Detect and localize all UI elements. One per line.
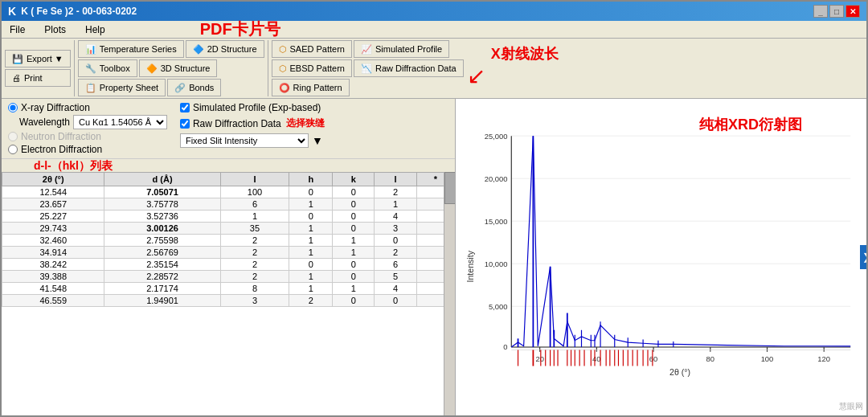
menu-file[interactable]: File <box>5 22 30 37</box>
data-table-container[interactable]: 2θ (°) d (Å) I h k l * 12.5447.050711000… <box>2 172 455 415</box>
table-cell: 0 <box>333 271 375 283</box>
table-cell: 7.05071 <box>104 186 220 198</box>
temp-series-icon: 📊 <box>85 44 96 55</box>
table-cell: 46.559 <box>2 295 104 307</box>
scrollbar[interactable] <box>444 172 455 415</box>
export-button[interactable]: 💾 Export ▼ <box>5 50 71 67</box>
neutron-radio[interactable] <box>8 132 18 141</box>
table-cell: 2.56769 <box>104 247 220 259</box>
scrollbar-thumb[interactable] <box>444 172 455 204</box>
3d-structure-button[interactable]: 🔶 3D Structure <box>139 59 218 77</box>
diffraction-chart: Intensity 25,000 20,000 15,000 10,000 5,… <box>462 105 860 409</box>
y-tick-0: 0 <box>503 343 507 352</box>
table-body: 12.5447.0507110000223.6573.75778610125.2… <box>2 186 455 307</box>
temp-series-button[interactable]: 📊 Temperature Series <box>78 40 184 58</box>
table-cell: 32.460 <box>2 235 104 247</box>
table-cell: 4 <box>375 283 416 295</box>
table-cell: 1 <box>289 271 333 283</box>
saed-pattern-button[interactable]: ⬡ SAED Pattern <box>272 40 352 58</box>
close-button[interactable]: ✕ <box>845 5 860 18</box>
table-cell: 1 <box>333 283 375 295</box>
table-cell: 8 <box>220 283 289 295</box>
electron-option[interactable]: Electron Diffraction <box>8 144 167 155</box>
table-row: 41.5482.171748114 <box>2 283 455 295</box>
2d-structure-button[interactable]: 🔷 2D Structure <box>186 40 264 58</box>
electron-radio[interactable] <box>8 145 18 154</box>
table-cell: 29.743 <box>2 223 104 235</box>
table-cell: 2 <box>220 259 289 271</box>
2d-structure-icon: 🔷 <box>193 44 204 55</box>
table-cell: 1 <box>220 211 289 223</box>
simulated-checkbox-row: Simulated Profile (Exp-based) <box>180 102 325 113</box>
y-tick-25000: 25,000 <box>485 132 508 141</box>
table-row: 46.5591.949013200 <box>2 295 455 307</box>
table-cell: 0 <box>375 295 416 307</box>
table-cell: 3 <box>375 223 416 235</box>
property-sheet-button[interactable]: 📋 Property Sheet <box>78 79 166 96</box>
table-cell: 1 <box>289 198 333 211</box>
table-row: 39.3882.285722105 <box>2 271 455 283</box>
title-bar-controls[interactable]: _ □ ✕ <box>813 5 860 18</box>
table-row: 34.9142.567692112 <box>2 247 455 259</box>
toolbox-button[interactable]: 🔧 Toolbox <box>78 59 137 77</box>
table-cell: 0 <box>289 259 333 271</box>
col-h: h <box>289 173 333 186</box>
x-label-60: 60 <box>649 354 657 363</box>
3d-structure-label: 3D Structure <box>161 63 211 73</box>
annotation-arrow: ↙ <box>467 63 485 89</box>
table-cell: 2.75598 <box>104 235 220 247</box>
bonds-button[interactable]: 🔗 Bonds <box>167 79 221 96</box>
simulated-profile-button[interactable]: 📈 Simulated Profile <box>354 40 449 58</box>
ring-pattern-icon: ⭕ <box>279 83 290 93</box>
table-cell: 6 <box>220 198 289 211</box>
saed-label: SAED Pattern <box>290 44 345 54</box>
main-window: K K ( Fe Se )2 - 00-063-0202 _ □ ✕ File … <box>0 0 868 417</box>
ebsd-icon: ⬡ <box>279 63 287 74</box>
col-l: l <box>375 173 416 186</box>
table-cell: 1 <box>289 247 333 259</box>
print-icon: 🖨 <box>12 73 21 83</box>
diffraction-table: 2θ (°) d (Å) I h k l * 12.5447.050711000… <box>2 172 455 307</box>
table-cell: 1 <box>333 235 375 247</box>
table-cell: 3 <box>220 295 289 307</box>
table-cell: 0 <box>333 223 375 235</box>
simulated-profile-label: Simulated Profile <box>375 44 442 54</box>
xray-label: X-ray Diffraction <box>21 102 90 113</box>
y-tick-15000: 15,000 <box>485 217 508 226</box>
table-row: 23.6573.757786101 <box>2 198 455 211</box>
menu-help[interactable]: Help <box>80 22 110 37</box>
electron-label: Electron Diffraction <box>21 144 102 155</box>
ebsd-pattern-button[interactable]: ⬡ EBSD Pattern <box>272 59 352 77</box>
y-tick-20000: 20,000 <box>485 174 508 183</box>
collapse-button[interactable]: ❯ <box>860 245 866 269</box>
table-row: 29.7433.0012635103 <box>2 223 455 235</box>
raw-diffraction-checkbox[interactable] <box>180 119 190 129</box>
x-axis-label: 2θ (°) <box>669 367 690 377</box>
export-icon: 💾 <box>12 54 23 64</box>
table-cell: 41.548 <box>2 283 104 295</box>
menu-plots[interactable]: Plots <box>39 22 71 37</box>
radio-group: X-ray Diffraction Wavelength Cu Kα1 1.54… <box>8 102 167 155</box>
slit-select[interactable]: Fixed Slit Intensity <box>180 133 309 148</box>
table-cell: 2 <box>220 271 289 283</box>
print-label: Print <box>24 73 43 83</box>
watermark: 慧眼网 <box>839 401 863 412</box>
maximize-button[interactable]: □ <box>829 5 844 18</box>
blue-profile <box>511 136 850 347</box>
table-cell: 23.657 <box>2 198 104 211</box>
neutron-option[interactable]: Neutron Diffraction <box>8 131 167 142</box>
print-button[interactable]: 🖨 Print <box>5 69 71 87</box>
temp-series-label: Temperature Series <box>100 44 177 54</box>
bonds-icon: 🔗 <box>174 83 186 93</box>
wavelength-row: Wavelength Cu Kα1 1.54056 Å <box>19 115 167 129</box>
minimize-button[interactable]: _ <box>813 5 828 18</box>
xray-option[interactable]: X-ray Diffraction <box>8 102 167 113</box>
table-cell: 39.388 <box>2 271 104 283</box>
xray-radio[interactable] <box>8 103 18 112</box>
table-cell: 1 <box>289 283 333 295</box>
raw-diffraction-button[interactable]: 📉 Raw Diffraction Data <box>354 59 464 77</box>
wavelength-select[interactable]: Cu Kα1 1.54056 Å <box>73 115 167 129</box>
simulated-checkbox[interactable] <box>180 103 190 112</box>
export-label: Export ▼ <box>27 54 63 63</box>
ring-pattern-button[interactable]: ⭕ Ring Pattern <box>272 79 350 96</box>
